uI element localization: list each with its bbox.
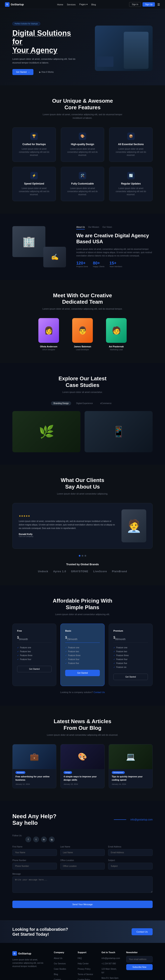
- social-instagram[interactable]: ig: [49, 837, 54, 842]
- message-input[interactable]: [12, 876, 153, 893]
- dot-2[interactable]: [85, 555, 86, 557]
- about-image-main: 🏢: [12, 226, 45, 257]
- lastname-input[interactable]: [60, 849, 105, 856]
- footer-logo-icon: G: [12, 951, 17, 956]
- social-linkedin[interactable]: in: [41, 837, 47, 842]
- hero-secondary-button[interactable]: ▶ How It Works: [35, 69, 57, 75]
- about-tab-mission[interactable]: Our Mission: [88, 226, 99, 229]
- team-title: Meet With Our Creative Dedicated Team: [12, 292, 153, 305]
- social-facebook[interactable]: f: [26, 837, 31, 842]
- about-stats: 120+ Projects Done 80+ Happy Clients 15+…: [76, 261, 153, 267]
- footer-logo-text: GoStartup: [18, 952, 31, 955]
- contact-header: Need Any Help? Say hello info@gostartup.…: [12, 813, 153, 826]
- subject-label: Subject: [108, 859, 153, 861]
- team-name-1: James Bateman: [68, 345, 97, 348]
- pricing-btn-1[interactable]: Get Started: [65, 670, 99, 676]
- pricing-subtitle: Lorem ipsum dolor sit amet consectetur a…: [39, 612, 126, 616]
- hero-buttons: Get Started → ▶ How It Works: [12, 69, 82, 75]
- case-tab-1[interactable]: Digital Experience: [74, 401, 95, 405]
- hero-title: Digital Solutions for Your Agency: [12, 29, 82, 54]
- feature-icon-4: 🛠️: [79, 172, 86, 179]
- testimonial-person-icon: 🧑‍💼: [126, 519, 142, 533]
- footer-link-1-2[interactable]: Privacy Policy: [78, 968, 91, 970]
- about-tab-about[interactable]: About Us: [76, 226, 85, 229]
- blog-card-0[interactable]: 💼 Business Free advertising for your onl…: [12, 744, 56, 788]
- nav-pages[interactable]: Pages ▾: [79, 3, 88, 6]
- footer-brand: G GoStartup Lorem ipsum dolor sit amet, …: [12, 951, 48, 980]
- pricing-feature-0-3: Feature four: [17, 657, 51, 661]
- case-card-1[interactable]: 📱: [85, 411, 153, 452]
- blog-card-2[interactable]: 💻 Development Tips to quickly improve yo…: [109, 744, 153, 788]
- arrow-icon: →: [28, 71, 30, 73]
- hero-cta-button[interactable]: Get Started →: [12, 69, 34, 75]
- hero-person-figure: [124, 32, 149, 69]
- pricing-company-link[interactable]: Contact Us: [94, 691, 105, 694]
- cta-button[interactable]: Contact Us: [131, 928, 153, 935]
- feature-card-1: 🎨 High-quality Design Lorem ipsum dolor …: [61, 127, 104, 162]
- case-studies-subtitle: Lorem ipsum dolor sit amet consectetur.: [39, 390, 126, 394]
- brands-list: Undock Ayros 1.0 GRAYSTONE LiveScore Pla…: [12, 570, 153, 573]
- menu-icon[interactable]: ☰: [157, 3, 160, 6]
- subject-input[interactable]: [108, 863, 153, 870]
- footer-links-contact: info@gostartup.com +1 234 567 890 123 Ma…: [101, 956, 120, 980]
- pricing-feature-2-1: Feature two: [114, 649, 148, 654]
- office-input[interactable]: [60, 863, 105, 870]
- brand-0: Undock: [38, 570, 48, 573]
- pricing-plan-0: Free: [17, 630, 51, 632]
- case-studies-grid: 🌿 📱: [12, 411, 153, 452]
- nav-links: Home Services Pages ▾ Blog: [57, 3, 96, 6]
- blog-card-1[interactable]: 🎨 Design 4 simple ways to improve your d…: [61, 744, 104, 788]
- pricing-btn-0[interactable]: Get Started: [17, 666, 51, 672]
- newsletter-input[interactable]: [126, 956, 153, 963]
- footer-link-2-2[interactable]: 123 Main Street, NY: [101, 968, 117, 974]
- logo[interactable]: G GoStartup: [5, 2, 24, 7]
- pricing-features-0: Feature one Feature two Feature three Fe…: [17, 646, 51, 661]
- blog-image-1: 🎨: [61, 745, 104, 769]
- about-tab-vision[interactable]: Our Vision: [103, 226, 112, 229]
- case-tabs: Branding Design Digital Experience eComm…: [12, 401, 153, 405]
- case-card-0[interactable]: 🌿: [12, 411, 80, 452]
- firstname-input[interactable]: [12, 849, 57, 856]
- blog-title: Latest News & Articles From Our Blog: [12, 718, 153, 731]
- about-main-image-placeholder: 🏢: [22, 235, 35, 248]
- signup-button[interactable]: Sign Up: [143, 2, 155, 6]
- footer-link-0-3[interactable]: Blog: [54, 973, 58, 975]
- footer-link-1-1[interactable]: Help Center: [78, 963, 89, 965]
- dot-0[interactable]: [79, 555, 80, 557]
- feature-desc-3: Lorem ipsum dolor sit amet consectetur a…: [17, 187, 51, 196]
- nav-services[interactable]: Services: [67, 3, 75, 6]
- footer-link-1-4[interactable]: Cookie Policy: [78, 978, 90, 980]
- phone-input[interactable]: [12, 863, 57, 870]
- brand-3: LiveScore: [93, 570, 107, 573]
- footer-link-1-0[interactable]: FAQ: [78, 957, 82, 959]
- footer-logo: G GoStartup: [12, 951, 48, 956]
- pricing-btn-2[interactable]: Get Started: [114, 674, 148, 680]
- contact-submit-button[interactable]: Send Your Message: [12, 900, 153, 908]
- footer-links-company: About Us Our Services Case Studies Blog …: [54, 956, 72, 980]
- newsletter-subscribe-button[interactable]: Subscribe Now: [126, 964, 153, 970]
- footer-link-0-0[interactable]: About Us: [54, 957, 62, 959]
- social-twitter[interactable]: t: [33, 837, 39, 842]
- case-tab-2[interactable]: eCommerce: [98, 401, 114, 405]
- about-stat-0: 120+ Projects Done: [76, 261, 88, 267]
- feature-desc-2: Lorem ipsum dolor sit amet consectetur a…: [114, 147, 148, 157]
- footer-link-2-3[interactable]: Mon-Fri: 9am-6pm: [101, 977, 119, 979]
- footer-link-0-2[interactable]: Case Studies: [54, 968, 66, 970]
- footer-link-1-3[interactable]: Terms of Service: [78, 973, 93, 975]
- feature-card-0: 🏆 Crafted for Startups Lorem ipsum dolor…: [12, 127, 56, 162]
- about-image-secondary: ✍️: [43, 247, 66, 267]
- case-tab-0[interactable]: Branding Design: [51, 401, 71, 405]
- testimonial-author: Donald Kelly: [19, 533, 115, 535]
- logo-icon: G: [5, 2, 10, 7]
- brand-4: PlainBrand: [112, 570, 127, 573]
- footer-link-0-1[interactable]: Our Services: [54, 963, 66, 965]
- footer-link-0-4[interactable]: Contact: [54, 978, 61, 980]
- footer-link-2-1[interactable]: +1 234 567 890: [101, 963, 116, 965]
- feature-title-3: Speed Optimized: [17, 182, 51, 185]
- email-input[interactable]: [108, 849, 153, 856]
- nav-blog[interactable]: Blog: [91, 3, 96, 6]
- nav-home[interactable]: Home: [57, 3, 63, 6]
- footer-link-2-0[interactable]: info@gostartup.com: [101, 957, 120, 959]
- dot-1[interactable]: [82, 555, 83, 557]
- signin-button[interactable]: Sign In: [129, 2, 141, 7]
